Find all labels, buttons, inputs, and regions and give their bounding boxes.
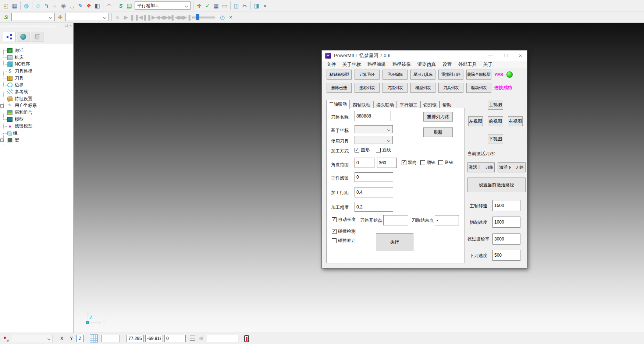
menu-render-sim[interactable]: 渲染仿真 xyxy=(414,62,439,68)
ruler-icon[interactable]: ▭ xyxy=(220,1,229,10)
auto-length-checkbox[interactable] xyxy=(332,217,337,222)
toolbar-close-icon[interactable]: × xyxy=(261,1,269,10)
rearrange-toolpaths-button[interactable]: 重排列刀路 xyxy=(438,70,463,80)
toolpath-edit-icon[interactable]: ✚ xyxy=(195,1,203,10)
tab-explorer-tree[interactable] xyxy=(3,32,15,42)
step-forward-icon[interactable]: ❚▶ xyxy=(147,13,156,21)
dye-block-icon[interactable]: ◍ xyxy=(22,1,31,10)
model-list-button[interactable]: 模型列表 xyxy=(410,83,435,93)
set-active-path-button[interactable]: 设置当前激活路径 xyxy=(467,178,526,192)
drill-icon[interactable]: ◠ xyxy=(105,1,113,10)
plunge-feed-input[interactable] xyxy=(492,250,520,261)
bidirectional-checkbox[interactable] xyxy=(402,160,406,165)
end-point-input[interactable] xyxy=(435,215,459,225)
line-checkbox-row[interactable]: 直线 xyxy=(376,147,391,153)
tree-item-models[interactable]: 模型 xyxy=(0,116,73,123)
tab-4axis[interactable]: 四轴联动 xyxy=(350,101,373,109)
base-coord-select[interactable] xyxy=(355,125,393,133)
tool-icon[interactable]: ✚ xyxy=(56,13,64,21)
paste-model-button[interactable]: 粘贴新模型 xyxy=(327,70,352,80)
rewind-icon[interactable]: ◀◀ xyxy=(156,13,164,21)
calculator-icon[interactable]: ▦ xyxy=(212,1,220,10)
cutting-feed-input[interactable] xyxy=(492,217,520,228)
statusbar-field-empty2[interactable] xyxy=(207,335,238,342)
toolbar-close-icon[interactable]: × xyxy=(227,13,235,21)
maximize-button[interactable] xyxy=(500,50,511,60)
menu-path-edit[interactable]: 路径编辑 xyxy=(364,62,389,68)
tab-tilt-head[interactable]: 摆头联动 xyxy=(373,101,397,109)
points-icon[interactable]: ❖ xyxy=(85,1,93,10)
tree-item-groups[interactable]: 组 xyxy=(0,130,73,137)
grid-toggle-icon[interactable] xyxy=(90,334,98,343)
menu-ext-tools[interactable]: 外部工具 xyxy=(455,62,480,68)
auto-length-checkbox-row[interactable]: 自动长度 xyxy=(332,217,356,223)
climb-checkbox[interactable] xyxy=(420,160,425,165)
create-block-icon[interactable]: ◇ xyxy=(34,1,42,10)
tree-item-activate[interactable]: 激活 xyxy=(0,47,73,54)
close-panel-icon[interactable]: × xyxy=(70,24,72,28)
stock-remain-input[interactable] xyxy=(355,172,393,182)
start-point-input[interactable] xyxy=(383,215,408,225)
tree-item-feature-sets[interactable]: 特征设置 xyxy=(0,95,73,102)
tree-item-toolpaths[interactable]: 刀具路径 xyxy=(0,68,73,75)
boundary-icon[interactable]: ◡ xyxy=(68,1,76,10)
delete-all-models-button[interactable]: 删除全部模型 xyxy=(466,70,491,80)
coordinate-x-field[interactable] xyxy=(127,335,144,342)
toolpath-dropdown[interactable] xyxy=(11,13,55,21)
expand-plus-icon[interactable] xyxy=(0,104,4,108)
tree-item-levels-sets[interactable]: 层和组合 xyxy=(0,109,73,116)
powermill-logo-icon[interactable]: S xyxy=(2,13,10,21)
collision-check-checkbox-row[interactable]: 碰撞检测 xyxy=(332,228,356,235)
tool-dropdown[interactable] xyxy=(65,13,109,21)
climb-checkbox-row[interactable]: 顺铣 xyxy=(420,159,435,166)
bidirectional-checkbox-row[interactable]: 双向 xyxy=(402,159,417,166)
menu-settings[interactable]: 设置 xyxy=(439,62,455,68)
menu-file[interactable]: 文件 xyxy=(323,62,339,68)
go-end-icon[interactable]: ▶▶❚ xyxy=(181,13,189,21)
verify-ok-icon[interactable]: ✓ xyxy=(203,1,212,10)
tab-parallel[interactable]: 平行加工 xyxy=(397,101,420,109)
rapid-feed-input[interactable] xyxy=(492,234,520,245)
conventional-checkbox-row[interactable]: 逆铣 xyxy=(438,159,453,166)
menu-path-mirror[interactable]: 路径镜像 xyxy=(389,62,414,68)
line-checkbox[interactable] xyxy=(376,148,381,152)
simulation-speed-slider[interactable] xyxy=(192,14,215,20)
tree-item-macros[interactable]: 宏 xyxy=(0,137,73,144)
scissors-icon[interactable]: ✂ xyxy=(241,1,249,10)
collision-avoid-checkbox-row[interactable]: 碰撞避让 xyxy=(332,238,356,244)
axis-x-button[interactable]: X xyxy=(58,335,65,342)
tree-item-machine[interactable]: 机床 xyxy=(0,54,73,61)
minimize-button[interactable]: — xyxy=(485,50,496,60)
tree-item-tools[interactable]: 刀具 xyxy=(0,75,73,82)
statusbar-dropdown[interactable] xyxy=(12,335,53,342)
tab-help[interactable]: 帮助 xyxy=(440,101,454,109)
coordinate-y-field[interactable] xyxy=(145,335,163,342)
view-left-button[interactable]: 左视图 xyxy=(468,116,483,126)
dialog-titlebar[interactable]: ✦ PowerMILL 忆梦星河 7.0.6 — × xyxy=(322,50,527,61)
drive-list-button[interactable]: 驱动列表 xyxy=(466,83,491,93)
panel-gripper[interactable] xyxy=(1,24,56,25)
device-connection-icon[interactable] xyxy=(244,335,249,342)
tab-3axis[interactable]: 三轴联动 xyxy=(326,100,350,109)
rearrange-button[interactable]: 重排列刀路 xyxy=(423,112,453,122)
tree-item-stock-models[interactable]: 残留模型 xyxy=(0,123,73,130)
tree-item-patterns[interactable]: 参考线 xyxy=(0,88,73,95)
tab-web[interactable] xyxy=(17,32,29,42)
execute-button[interactable]: 执行 xyxy=(376,233,413,251)
refresh-button[interactable]: 刷新 xyxy=(423,127,453,137)
activate-next-button[interactable]: 激活下一刀路 xyxy=(498,162,526,172)
tool-list-button[interactable]: 刀具列表 xyxy=(438,83,463,93)
tool-block-icon[interactable]: ◧ xyxy=(93,1,102,10)
powermill-logo-icon[interactable]: S xyxy=(117,1,125,10)
pattern-pencil-icon[interactable]: ✎ xyxy=(76,1,85,10)
stepover-input[interactable] xyxy=(355,187,393,197)
tool-pair-icon[interactable]: ◫ xyxy=(232,1,241,10)
statusbar-field-empty[interactable] xyxy=(102,335,120,342)
step-back-icon[interactable]: ◀❚ xyxy=(139,13,147,21)
save-icon[interactable]: ▦ xyxy=(10,1,19,10)
view-bottom-button[interactable]: 下视图 xyxy=(488,134,503,144)
tree-item-workplanes[interactable]: 用户坐标系 xyxy=(0,102,73,109)
light-bulb-icon[interactable]: ○ xyxy=(113,13,122,21)
circle-checkbox[interactable] xyxy=(355,148,359,152)
coordinate-z-field[interactable] xyxy=(164,335,186,342)
